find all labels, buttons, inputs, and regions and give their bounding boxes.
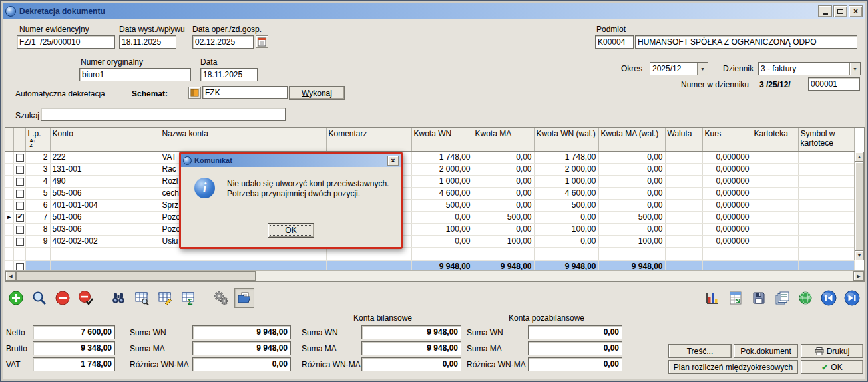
- vertical-scroll-thumb[interactable]: [855, 162, 864, 250]
- column-header-komentarz[interactable]: Komentarz: [326, 128, 411, 151]
- cell-kartoteka[interactable]: [752, 175, 798, 187]
- okres-combo[interactable]: 2025/12 ▼: [650, 62, 708, 75]
- cell-kurs[interactable]: 0,000000: [702, 235, 752, 247]
- cell-ma[interactable]: 0,00: [473, 163, 534, 175]
- row-checkbox[interactable]: [16, 166, 24, 174]
- dialog-ok-button[interactable]: OK: [268, 223, 314, 238]
- cell-wn[interactable]: 100,00: [411, 223, 473, 235]
- chevron-down-icon[interactable]: ▼: [697, 63, 708, 75]
- row-check-cell[interactable]: [13, 235, 25, 247]
- cell-lp[interactable]: 4: [25, 175, 50, 187]
- empty-cell[interactable]: [160, 247, 326, 260]
- cell-waluta[interactable]: [665, 187, 702, 199]
- cell-symbol[interactable]: [798, 187, 854, 199]
- podmiot-kod-field[interactable]: [595, 35, 634, 49]
- close-button[interactable]: ×: [849, 5, 863, 17]
- row-marker[interactable]: ►: [5, 211, 13, 223]
- cell-wn_wal[interactable]: 1 000,00: [534, 175, 598, 187]
- horizontal-scrollbar[interactable]: ◀ ▶: [5, 270, 864, 281]
- cell-waluta[interactable]: [665, 151, 702, 163]
- horizontal-scroll-thumb[interactable]: [16, 271, 256, 281]
- cell-wn_wal[interactable]: 1 748,00: [534, 151, 598, 163]
- cell-waluta[interactable]: [665, 163, 702, 175]
- szukaj-input[interactable]: [41, 108, 286, 121]
- empty-cell[interactable]: [326, 247, 411, 260]
- cell-wn_wal[interactable]: 2 000,00: [534, 163, 598, 175]
- minimize-button[interactable]: [818, 5, 832, 17]
- nav-first-button[interactable]: [819, 288, 839, 308]
- empty-cell[interactable]: [50, 247, 160, 260]
- empty-cell[interactable]: [25, 247, 50, 260]
- table-row[interactable]: ►7501-006Pozo0,00500,000,00500,000,00000…: [5, 211, 854, 223]
- cell-konto[interactable]: 501-006: [50, 211, 160, 223]
- cell-symbol[interactable]: [798, 211, 854, 223]
- column-header-lp[interactable]: L.p.AZ↓: [25, 128, 50, 151]
- cell-symbol[interactable]: [798, 235, 854, 247]
- numer-ewidencyjny-field[interactable]: [17, 35, 115, 49]
- cell-ma[interactable]: 0,00: [473, 199, 534, 211]
- cell-wn_wal[interactable]: 4 600,00: [534, 187, 598, 199]
- cell-ma[interactable]: 500,00: [473, 211, 534, 223]
- cell-kartoteka[interactable]: [752, 235, 798, 247]
- cell-konto[interactable]: 503-006: [50, 223, 160, 235]
- cell-ma_wal[interactable]: 500,00: [598, 211, 665, 223]
- cell-konto[interactable]: 131-001: [50, 163, 160, 175]
- column-header-kurs[interactable]: Kurs: [702, 128, 752, 151]
- cell-kartoteka[interactable]: [752, 151, 798, 163]
- view-button[interactable]: [29, 288, 49, 308]
- row-checkbox[interactable]: [16, 202, 24, 210]
- cell-waluta[interactable]: [665, 199, 702, 211]
- empty-cell[interactable]: [798, 247, 854, 260]
- row-check-cell[interactable]: [13, 223, 25, 235]
- empty-cell[interactable]: [665, 247, 702, 260]
- row-check-cell[interactable]: [13, 199, 25, 211]
- cell-wn[interactable]: 4 600,00: [411, 187, 473, 199]
- row-marker[interactable]: [5, 199, 13, 211]
- column-header-waluta[interactable]: Waluta: [665, 128, 702, 151]
- row-check-cell[interactable]: [13, 163, 25, 175]
- cell-ma[interactable]: 0,00: [473, 175, 534, 187]
- column-header-kwota-wn[interactable]: Kwota WN: [411, 128, 473, 151]
- row-checkbox[interactable]: [16, 154, 24, 162]
- cell-konto[interactable]: 505-006: [50, 187, 160, 199]
- empty-cell[interactable]: [13, 247, 25, 260]
- empty-cell[interactable]: [598, 247, 665, 260]
- row-marker[interactable]: [5, 235, 13, 247]
- dziennik-combo[interactable]: 3 - faktury ▼: [758, 62, 861, 75]
- cell-ma[interactable]: 0,00: [473, 151, 534, 163]
- ok-button[interactable]: ✔ OK: [801, 360, 863, 374]
- table-row[interactable]: 5505-006cech4 600,000,004 600,000,000,00…: [5, 187, 854, 199]
- cell-ma[interactable]: 100,00: [473, 235, 534, 247]
- empty-cell[interactable]: [702, 247, 752, 260]
- cell-ma[interactable]: 0,00: [473, 223, 534, 235]
- save-button[interactable]: [749, 288, 769, 308]
- cell-ma_wal[interactable]: 0,00: [598, 151, 665, 163]
- scroll-up-button[interactable]: ▲: [855, 152, 864, 162]
- cell-wn_wal[interactable]: 500,00: [534, 199, 598, 211]
- cell-kartoteka[interactable]: [752, 223, 798, 235]
- cell-wn[interactable]: 0,00: [411, 235, 473, 247]
- delete-marked-button[interactable]: [76, 288, 96, 308]
- data-wyst-field[interactable]: [119, 35, 176, 49]
- cell-waluta[interactable]: [665, 223, 702, 235]
- cell-ma_wal[interactable]: 0,00: [598, 223, 665, 235]
- cell-kurs[interactable]: 0,000000: [702, 187, 752, 199]
- add-button[interactable]: [6, 288, 26, 308]
- table-row[interactable]: 4490Rozl1 000,000,001 000,000,000,000000: [5, 175, 854, 187]
- numer-oryginalny-field[interactable]: [79, 68, 191, 81]
- drukuj-button[interactable]: Drukuj: [801, 344, 863, 358]
- sum-button[interactable]: Σ: [178, 288, 198, 308]
- schemat-field[interactable]: [202, 86, 288, 99]
- tresc-button[interactable]: Treść...: [668, 344, 732, 358]
- cell-wn_wal[interactable]: 0,00: [534, 235, 598, 247]
- cell-wn[interactable]: 1 000,00: [411, 175, 473, 187]
- cell-kartoteka[interactable]: [752, 187, 798, 199]
- spreadsheet-button[interactable]: [726, 288, 746, 308]
- cell-konto[interactable]: 222: [50, 151, 160, 163]
- wykonaj-button[interactable]: Wykonaj: [289, 86, 345, 100]
- settings-button[interactable]: [211, 288, 231, 308]
- cell-symbol[interactable]: [798, 151, 854, 163]
- cell-kurs[interactable]: 0,000000: [702, 151, 752, 163]
- scroll-right-button[interactable]: ▶: [853, 271, 864, 281]
- data-oper-field[interactable]: [192, 35, 254, 49]
